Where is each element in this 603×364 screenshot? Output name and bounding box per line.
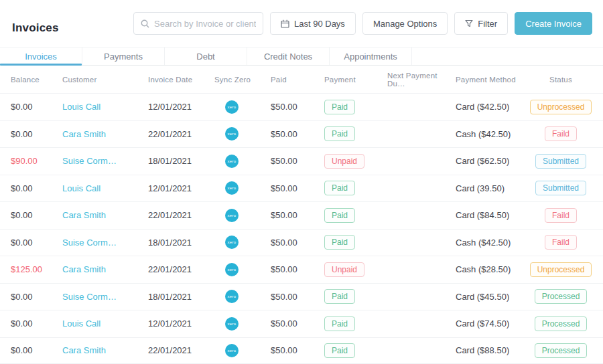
payment-badge: Paid: [324, 181, 355, 195]
customer-link[interactable]: Louis Call: [62, 183, 148, 193]
customer-link[interactable]: Suise Corm…: [62, 292, 148, 302]
balance-cell: $0.00: [11, 345, 62, 355]
header: Invoices Last 90 Days Manage Options Fil…: [0, 0, 603, 47]
customer-link[interactable]: Cara Smith: [62, 345, 148, 355]
paid-cell: $50.00: [271, 183, 324, 193]
tab-payments[interactable]: Payments: [82, 48, 165, 65]
payment-badge: Paid: [324, 316, 355, 331]
filter-label: Filter: [478, 19, 497, 29]
payment-cell: Paid: [324, 208, 387, 223]
tab-appointments[interactable]: Appointments: [330, 48, 412, 65]
payment-method-cell: Card ($45.50): [456, 292, 529, 302]
invoice-date-cell: 12/01/2021: [148, 318, 214, 329]
sync-zero-cell: xero: [214, 317, 271, 331]
xero-sync-icon: xero: [225, 290, 239, 303]
payment-cell: Paid: [324, 126, 387, 141]
table-row[interactable]: $0.00 Suise Corm… 18/01/2021 xero $50.00…: [0, 229, 603, 256]
search-box[interactable]: [133, 12, 263, 35]
date-range-button[interactable]: Last 90 Days: [270, 12, 356, 35]
search-input[interactable]: [154, 19, 256, 29]
paid-cell: $50.00: [271, 345, 324, 355]
payment-cell: Paid: [324, 181, 387, 195]
payment-badge: Paid: [324, 235, 355, 250]
customer-link[interactable]: Cara Smith: [62, 210, 148, 220]
table-row[interactable]: $0.00 Cara Smith 22/01/2021 xero $50.00 …: [0, 120, 603, 148]
status-cell: Faild: [529, 126, 592, 141]
xero-sync-icon: xero: [225, 127, 239, 141]
header-controls: Last 90 Days Manage Options Filter Creat…: [133, 12, 592, 35]
table-row[interactable]: $0.00 Cara Smith 22/01/2021 xero $50.00 …: [0, 337, 603, 364]
tab-invoices[interactable]: Invoices: [0, 48, 82, 65]
create-invoice-button[interactable]: Create Invoice: [515, 12, 592, 35]
table-header: Balance Customer Invoice Date Sync Zero …: [0, 66, 603, 93]
payment-badge: Paid: [324, 208, 355, 223]
status-badge: Submitted: [535, 181, 586, 195]
invoice-date-cell: 18/01/2021: [148, 292, 214, 302]
tab-debt[interactable]: Debt: [165, 48, 247, 65]
table-row[interactable]: $125.00 Cara Smith 22/01/2021 xero $50.0…: [0, 256, 603, 283]
status-badge: Processed: [535, 316, 588, 331]
customer-link[interactable]: Louis Call: [62, 318, 148, 329]
status-badge: Unprocessed: [530, 262, 592, 277]
col-header-invoice-date: Invoice Date: [148, 76, 214, 84]
table-row[interactable]: $0.00 Louis Call 12/01/2021 xero $50.00 …: [0, 310, 603, 337]
payment-method-cell: Card ($88.50): [456, 345, 529, 355]
status-cell: Faild: [529, 208, 592, 223]
status-cell: Submitted: [529, 181, 592, 195]
payment-badge: Unpaid: [324, 262, 364, 277]
xero-sync-icon: xero: [225, 263, 239, 276]
table-row[interactable]: $0.00 Louis Call 12/01/2021 xero $50.00 …: [0, 93, 603, 120]
status-badge: Faild: [545, 208, 577, 223]
customer-link[interactable]: Cara Smith: [62, 264, 148, 274]
col-header-sync-zero: Sync Zero: [214, 76, 271, 84]
tab-bar: Invoices Payments Debt Credit Notes Appo…: [0, 47, 603, 66]
table-row[interactable]: $0.00 Suise Corm… 18/01/2021 xero $50.00…: [0, 283, 603, 310]
tab-credit-notes[interactable]: Credit Notes: [247, 48, 330, 65]
payment-badge: Paid: [324, 289, 355, 304]
status-badge: Faild: [545, 235, 577, 250]
invoice-date-cell: 18/01/2021: [148, 238, 214, 248]
payment-cell: Unpaid: [324, 154, 387, 169]
manage-options-button[interactable]: Manage Options: [362, 12, 448, 35]
customer-link[interactable]: Cara Smith: [62, 129, 148, 139]
col-header-balance: Balance: [11, 76, 62, 84]
payment-method-cell: Cash ($42.50): [456, 129, 529, 139]
status-badge: Faild: [545, 126, 577, 141]
sync-zero-cell: xero: [214, 344, 271, 357]
payment-method-cell: Cash ($42.50): [456, 238, 529, 248]
paid-cell: $50.00: [271, 318, 324, 329]
table-row[interactable]: $0.00 Cara Smith 22/01/2021 xero $50.00 …: [0, 201, 603, 229]
customer-link[interactable]: Suise Corm…: [62, 238, 148, 248]
customer-link[interactable]: Suise Corm…: [62, 156, 148, 166]
status-badge: Unprocessed: [530, 100, 592, 114]
sync-zero-cell: xero: [214, 127, 271, 141]
calendar-icon: [281, 19, 289, 28]
page-title: Invoices: [12, 21, 59, 35]
status-badge: Processed: [535, 289, 588, 304]
payment-method-cell: Card ($62.50): [456, 156, 529, 166]
date-range-label: Last 90 Days: [294, 19, 345, 29]
table-row[interactable]: $90.00 Suise Corm… 18/01/2021 xero $50.0…: [0, 147, 603, 175]
table-row[interactable]: $0.00 Louis Call 12/01/2021 xero $50.00 …: [0, 175, 603, 202]
status-badge: Submitted: [535, 154, 586, 169]
xero-sync-icon: xero: [225, 155, 239, 168]
payment-cell: Paid: [324, 289, 387, 304]
sync-zero-cell: xero: [214, 100, 271, 114]
paid-cell: $50.00: [271, 129, 324, 139]
sync-zero-cell: xero: [214, 181, 271, 195]
balance-cell: $0.00: [11, 292, 62, 302]
payment-badge: Unpaid: [324, 154, 364, 169]
payment-method-cell: Card (39.50): [456, 183, 529, 193]
status-cell: Unprocessed: [529, 100, 592, 114]
balance-cell: $125.00: [11, 264, 62, 274]
search-icon: [141, 19, 149, 28]
sync-zero-cell: xero: [214, 290, 271, 303]
paid-cell: $50.00: [271, 156, 324, 166]
balance-cell: $0.00: [11, 129, 62, 139]
customer-link[interactable]: Louis Call: [62, 102, 148, 112]
filter-button[interactable]: Filter: [454, 12, 508, 35]
tab-label: Appointments: [344, 52, 397, 62]
balance-cell: $0.00: [11, 102, 62, 112]
payment-cell: Unpaid: [324, 262, 387, 277]
paid-cell: $50.00: [271, 292, 324, 302]
